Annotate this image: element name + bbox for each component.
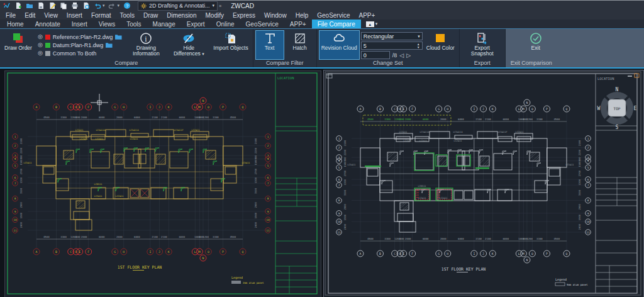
svg-text:K: K (492, 252, 494, 255)
tab-app[interactable]: APP+ (284, 20, 312, 28)
prev-change-button[interactable]: ◁ (399, 52, 404, 59)
svg-text:4: 4 (338, 159, 340, 162)
menu-item-file[interactable]: File (1, 12, 20, 19)
tab-insert[interactable]: Insert (66, 20, 93, 28)
visibility-eye-icon[interactable]: ◎ (38, 42, 43, 48)
svg-text:11: 11 (266, 229, 270, 232)
tab-export[interactable]: Export (181, 20, 211, 28)
titlebar: ▾ ▾ ? 2D Drafting & Annotati... ▾ ≡ ZWCA… (0, 0, 644, 11)
svg-text:M: M (199, 250, 201, 254)
open-folder-icon[interactable] (25, 2, 33, 10)
ribbon-toggle-icon[interactable]: ▴ (366, 21, 374, 27)
workspace-dropdown[interactable]: 2D Drafting & Annotati... ▾ (138, 1, 218, 11)
menu-item-modify[interactable]: Modify (201, 12, 228, 19)
next-change-button[interactable]: ▷ (406, 52, 411, 59)
svg-text:1ST FLOOR KEY PLAN: 1ST FLOOR KEY PLAN (118, 265, 162, 270)
svg-text:800: 800 (75, 235, 80, 238)
menu-item-view[interactable]: View (40, 12, 62, 19)
redo-icon[interactable] (108, 2, 116, 10)
hide-differences-button[interactable]: Hide Differences ▾ (168, 30, 209, 60)
visibility-eye-icon[interactable]: ◎ (38, 50, 43, 56)
tab-geoservice[interactable]: GeoService (240, 20, 284, 28)
svg-text:2100: 2100 (152, 235, 158, 238)
svg-text:J: J (158, 106, 160, 109)
export-snapshot-button[interactable]: Export Snapshot (462, 30, 503, 60)
menu-item-help[interactable]: Help (291, 12, 313, 19)
cloud-shape-value: Rectangular (364, 33, 394, 40)
text-filter-button[interactable]: Text (255, 30, 284, 60)
svg-text:2100: 2100 (475, 118, 482, 121)
svg-text:6000: 6000 (502, 237, 509, 240)
undo-icon[interactable] (93, 2, 101, 10)
svg-text:2000: 2000 (116, 235, 123, 238)
svg-text:2700: 2700 (19, 168, 23, 174)
layer-name: Reference:Plan-R2.dwg (53, 34, 113, 40)
tab-manage[interactable]: Manage (147, 20, 181, 28)
menu-item-dimension[interactable]: Dimension (162, 12, 201, 19)
redo-dropdown-caret[interactable]: ▾ (118, 3, 120, 8)
svg-text:O: O (208, 250, 209, 254)
svg-text:4: 4 (14, 157, 16, 160)
cloud-scale-spinner[interactable]: 5 ▲▼ (361, 42, 423, 50)
workspace-list-icon[interactable]: ≡ (219, 4, 221, 8)
new-file-icon[interactable] (14, 2, 22, 10)
datum-drawing-pane[interactable]: LOCATION45004500330033001200120080080020… (323, 70, 644, 297)
revision-cloud-button[interactable]: Revision Cloud (319, 30, 360, 60)
tab-file-compare[interactable]: File Compare (312, 20, 361, 28)
tab-home[interactable]: Home (1, 20, 30, 28)
menu-item-format[interactable]: Format (87, 12, 116, 19)
svg-text:8: 8 (338, 199, 340, 202)
svg-text:2100: 2100 (578, 140, 581, 146)
print-icon[interactable] (70, 2, 79, 10)
svg-text:2: 2 (14, 144, 16, 147)
drawing-information-button[interactable]: i Drawing Information (125, 30, 167, 60)
folder-icon[interactable] (106, 42, 113, 48)
tab-views[interactable]: Views (93, 20, 121, 28)
svg-text:LOCATION: LOCATION (597, 77, 614, 81)
svg-text:3300: 3300 (536, 237, 543, 240)
menu-item-insert[interactable]: Insert (62, 12, 87, 19)
menu-item-app[interactable]: APP+ (354, 12, 379, 19)
print-preview-icon[interactable] (82, 2, 90, 10)
svg-text:1200: 1200 (526, 118, 533, 121)
tab-online[interactable]: Online (211, 20, 240, 28)
tab-tools[interactable]: Tools (121, 20, 147, 28)
menu-item-tools[interactable]: Tools (116, 12, 139, 19)
save-icon[interactable] (36, 2, 45, 10)
exit-button[interactable]: Exit (521, 30, 550, 60)
change-index-field[interactable]: 0 (361, 51, 390, 59)
menu-item-express[interactable]: Express (228, 12, 260, 19)
spinner-arrows-icon[interactable]: ▲▼ (417, 43, 420, 49)
save-as-icon[interactable] (48, 2, 56, 10)
svg-text:2: 2 (587, 146, 589, 149)
svg-text:1300: 1300 (19, 177, 23, 183)
import-objects-label: Import Objects (213, 45, 248, 51)
compare-layer-list: ◎Reference:Plan-R2.dwg◎Datum:Plan-R1.dwg… (36, 30, 124, 60)
visibility-eye-icon[interactable]: ◎ (38, 34, 43, 40)
reference-drawing-pane[interactable]: LOCATION45004500330033001200120080080020… (4, 70, 321, 297)
menu-item-geoservice[interactable]: GeoService (313, 12, 354, 19)
menu-item-draw[interactable]: Draw (139, 12, 162, 19)
menu-item-edit[interactable]: Edit (20, 12, 40, 19)
cloud-shape-select[interactable]: Rectangular ▾ (361, 32, 423, 40)
undo-dropdown-caret[interactable]: ▾ (103, 3, 105, 8)
svg-text:I: I (473, 108, 475, 111)
datum-plan-svg[interactable]: LOCATION45004500330033001200120080080020… (324, 70, 642, 296)
reference-plan-svg[interactable]: LOCATION45004500330033001200120080080020… (5, 71, 319, 296)
menu-item-window[interactable]: Window (260, 12, 291, 19)
hatch-filter-button[interactable]: Hatch (286, 30, 314, 60)
drawing-information-label: Drawing Information (128, 45, 164, 57)
revision-cloud-label: Revision Cloud (321, 45, 357, 51)
ribbon-minimize-toggle[interactable]: ▴▾ (366, 20, 378, 28)
import-objects-button[interactable]: Import Objects (211, 30, 250, 60)
svg-text:I: I (473, 252, 475, 255)
tab-annotate[interactable]: Annotate (30, 20, 66, 28)
svg-text:2900: 2900 (19, 201, 23, 208)
copy-icon[interactable] (59, 2, 67, 10)
cloud-color-button[interactable]: Cloud Color (424, 30, 457, 60)
help-icon[interactable]: ? (123, 2, 131, 10)
ribbon-toggle-caret-icon[interactable]: ▾ (375, 21, 378, 26)
folder-icon[interactable] (115, 34, 122, 40)
svg-text:LC2411: LC2411 (440, 197, 448, 199)
draw-order-button[interactable]: Draw Order (2, 30, 35, 60)
